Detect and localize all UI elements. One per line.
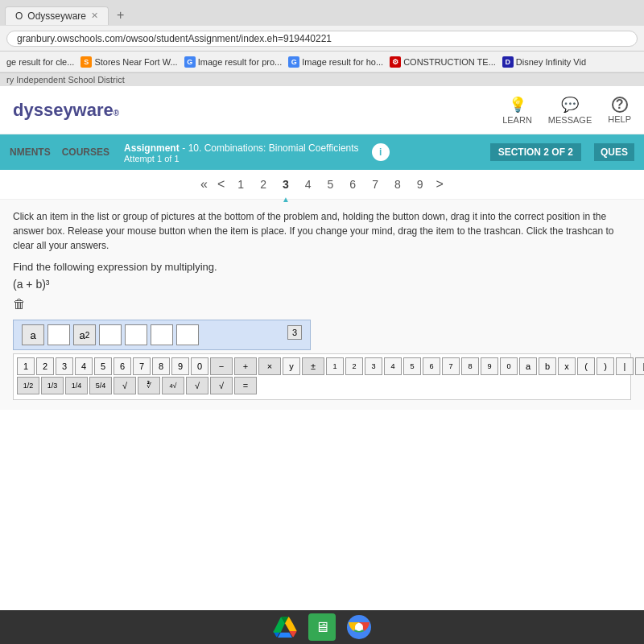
key-a[interactable]: a xyxy=(519,357,537,375)
key-unknown[interactable]: | xyxy=(635,357,644,375)
message-nav-item[interactable]: 💬 MESSAGE xyxy=(548,96,592,125)
key-closeparen[interactable]: ) xyxy=(597,357,614,375)
logo-text: dysseyware xyxy=(13,100,114,120)
bookmark-2-favicon: S xyxy=(80,56,92,68)
key-4rt[interactable]: 4√ xyxy=(162,377,184,394)
key-sqrt3[interactable]: √ xyxy=(210,377,233,394)
key-equals[interactable]: = xyxy=(234,377,257,394)
bookmark-2[interactable]: S Stores Near Fort W... xyxy=(80,56,177,68)
answer-cell-blank5[interactable] xyxy=(176,324,199,345)
key-quarter[interactable]: 1/4 xyxy=(65,377,88,394)
key-sup8[interactable]: 8 xyxy=(461,357,479,375)
new-tab-button[interactable]: + xyxy=(112,8,129,23)
bookmark-5-favicon: ⚙ xyxy=(390,56,401,68)
chrome-taskbar-icon[interactable] xyxy=(345,613,373,641)
q-num-1[interactable]: 1 xyxy=(234,176,247,192)
key-third[interactable]: 1/3 xyxy=(41,377,64,394)
url-input[interactable]: granbury.owschools.com/owsoo/studentAssi… xyxy=(6,31,638,47)
answer-cell-blank4[interactable] xyxy=(151,324,173,345)
key-plus[interactable]: + xyxy=(234,357,257,375)
q-num-8[interactable]: 8 xyxy=(391,176,404,192)
taskbar: 🖥 xyxy=(0,610,644,644)
instructions-text: Click an item in the list or group of pi… xyxy=(13,209,631,253)
learn-nav-item[interactable]: 💡 LEARN xyxy=(502,96,532,125)
bookmark-3-label: Image result for pro... xyxy=(198,57,283,67)
key-x[interactable]: x xyxy=(558,357,576,375)
key-y[interactable]: y xyxy=(283,357,300,375)
q-num-7[interactable]: 7 xyxy=(369,176,382,192)
key-five-quarter[interactable]: 5/4 xyxy=(89,377,112,394)
key-half[interactable]: 1/2 xyxy=(17,377,39,394)
key-openparen[interactable]: ( xyxy=(577,357,595,375)
answer-cell-a2[interactable]: a2 xyxy=(73,324,96,345)
answer-cell-blank2[interactable] xyxy=(99,324,122,345)
q-num-6[interactable]: 6 xyxy=(346,176,359,192)
trash-icon[interactable]: 🗑 xyxy=(13,297,631,312)
key-3[interactable]: 3 xyxy=(56,357,73,375)
left-arrow[interactable]: < xyxy=(217,177,225,192)
double-left-arrow[interactable]: « xyxy=(200,177,208,192)
bookmark-1[interactable]: ge result for cle... xyxy=(6,57,74,67)
logo-reg: ® xyxy=(114,109,119,118)
key-sup7[interactable]: 7 xyxy=(442,357,460,375)
key-sup9[interactable]: 9 xyxy=(481,357,498,375)
assignment-bar-left: NMENTS COURSES Assignment - 10. Combinat… xyxy=(10,142,359,163)
key-cbrt[interactable]: ∛ xyxy=(138,377,160,394)
key-times[interactable]: × xyxy=(258,357,281,375)
question-button[interactable]: QUES xyxy=(594,143,634,161)
bookmark-4[interactable]: G Image result for ho... xyxy=(288,56,383,68)
assignment-bar: NMENTS COURSES Assignment - 10. Combinat… xyxy=(0,134,644,170)
q-num-4[interactable]: 4 xyxy=(302,176,315,192)
help-nav-item[interactable]: ? HELP xyxy=(608,97,631,124)
key-2[interactable]: 2 xyxy=(36,357,54,375)
key-9[interactable]: 9 xyxy=(171,357,189,375)
key-sqrt2[interactable]: √ xyxy=(186,377,208,394)
key-plusminus[interactable]: ± xyxy=(302,357,324,375)
bookmark-5[interactable]: ⚙ CONSTRUCTION TE... xyxy=(390,56,496,68)
key-pipe[interactable]: | xyxy=(616,357,634,375)
key-sup6[interactable]: 6 xyxy=(423,357,440,375)
key-0[interactable]: 0 xyxy=(191,357,208,375)
key-8[interactable]: 8 xyxy=(152,357,170,375)
key-sqrt[interactable]: √ xyxy=(114,377,136,394)
tab-close-button[interactable]: ✕ xyxy=(91,10,98,21)
key-sup4[interactable]: 4 xyxy=(384,357,402,375)
bookmark-4-label: Image result for ho... xyxy=(302,57,383,67)
answer-cell-3[interactable]: 3 xyxy=(287,325,302,340)
right-arrow[interactable]: > xyxy=(436,177,444,192)
key-sup1[interactable]: 1 xyxy=(326,357,344,375)
active-tab[interactable]: O Odysseyware ✕ xyxy=(5,6,109,25)
key-sup0[interactable]: 0 xyxy=(500,357,518,375)
key-sup3[interactable]: 3 xyxy=(365,357,382,375)
answer-cell-blank3[interactable] xyxy=(125,324,147,345)
bookmark-6[interactable]: D Disney Infinity Vid xyxy=(502,56,586,68)
info-icon[interactable]: i xyxy=(372,143,390,161)
key-b[interactable]: b xyxy=(539,357,556,375)
bookmark-3[interactable]: G Image result for pro... xyxy=(184,56,283,68)
key-4[interactable]: 4 xyxy=(75,357,93,375)
bookmark-6-favicon: D xyxy=(502,56,514,68)
answer-cell-a[interactable]: a xyxy=(22,324,44,345)
key-6[interactable]: 6 xyxy=(114,357,131,375)
q-num-9[interactable]: 9 xyxy=(414,176,427,192)
answer-cell-blank1[interactable] xyxy=(47,324,70,345)
assignment-separator: - xyxy=(182,142,188,154)
key-5[interactable]: 5 xyxy=(94,357,112,375)
browser-chrome: O Odysseyware ✕ + granbury.owschools.com… xyxy=(0,0,644,73)
nav-assignments[interactable]: NMENTS xyxy=(10,147,51,158)
section-label: SECTION 2 OF 2 xyxy=(490,143,581,161)
key-1[interactable]: 1 xyxy=(17,357,35,375)
q-num-2[interactable]: 2 xyxy=(257,176,270,192)
key-sup5[interactable]: 5 xyxy=(403,357,421,375)
google-drive-taskbar-icon[interactable] xyxy=(271,613,299,641)
key-sup2[interactable]: 2 xyxy=(345,357,363,375)
bookmarks-bar: ge result for cle... S Stores Near Fort … xyxy=(0,52,644,72)
district-name: ry Independent School District xyxy=(6,75,125,85)
nav-courses[interactable]: COURSES xyxy=(62,147,109,158)
q-num-5[interactable]: 5 xyxy=(324,176,337,192)
q-num-3[interactable]: 3 xyxy=(279,176,292,192)
key-minus[interactable]: − xyxy=(210,357,233,375)
screenshare-taskbar-icon[interactable]: 🖥 xyxy=(308,613,336,641)
key-7[interactable]: 7 xyxy=(133,357,151,375)
bookmark-1-label: ge result for cle... xyxy=(6,57,74,67)
